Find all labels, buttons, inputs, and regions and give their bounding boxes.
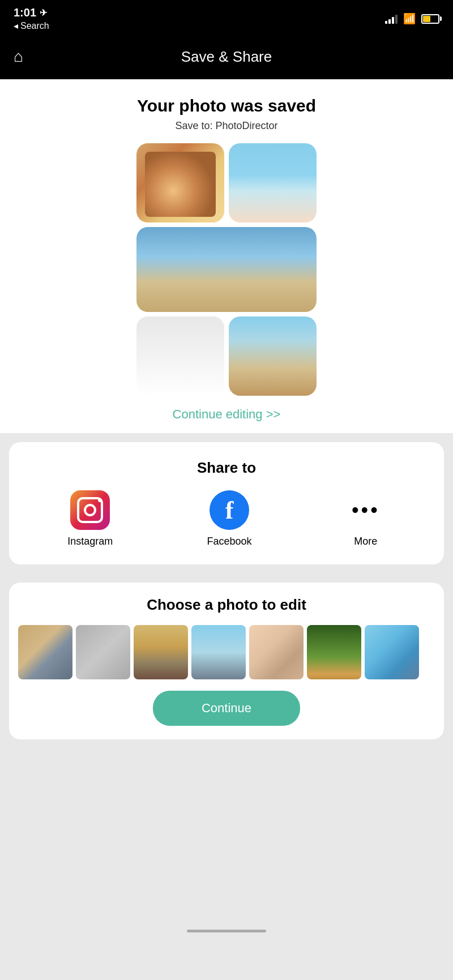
saved-subtitle: Save to: PhotoDirector [11, 120, 442, 132]
share-options: Instagram f Facebook ••• More [20, 490, 433, 547]
home-indicator [0, 918, 453, 944]
share-card: Share to Instagram f Facebook ••• More [9, 442, 444, 564]
home-bar [187, 930, 266, 932]
collage-photo-2 [229, 143, 317, 222]
share-facebook[interactable]: f Facebook [207, 490, 251, 547]
facebook-icon: f [210, 490, 249, 530]
saved-title: Your photo was saved [11, 96, 442, 115]
photo-thumb-1[interactable] [18, 625, 72, 679]
photo-thumb-3[interactable] [134, 625, 188, 679]
photo-thumb-6[interactable] [307, 625, 361, 679]
time-display: 1:01 [14, 6, 36, 19]
collage-row-1 [136, 143, 317, 222]
photo-thumb-4[interactable] [191, 625, 246, 679]
share-title: Share to [20, 459, 433, 477]
instagram-icon [70, 490, 110, 530]
wifi-icon: 📶 [403, 12, 416, 25]
status-bar: 1:01 ✈ ◂ Search 📶 [0, 0, 453, 34]
back-nav[interactable]: ◂ Search [14, 20, 49, 31]
home-button[interactable]: ⌂ [14, 48, 23, 66]
choose-container: Choose a photo to edit Continue [0, 583, 453, 748]
bottom-area [0, 748, 453, 918]
facebook-label: Facebook [207, 536, 251, 547]
location-arrow-icon: ✈ [40, 7, 47, 18]
instagram-dot [98, 498, 102, 502]
more-dots-icon: ••• [346, 490, 386, 530]
collage-row-2 [136, 227, 317, 312]
photo-collage [11, 143, 442, 396]
continue-button[interactable]: Continue [153, 691, 300, 726]
app-header: ⌂ Save & Share [0, 34, 453, 79]
share-instagram[interactable]: Instagram [67, 490, 113, 547]
choose-card: Choose a photo to edit Continue [9, 583, 444, 739]
photo-thumb-7[interactable] [365, 625, 419, 679]
collage-photo-3 [136, 227, 317, 312]
photo-thumb-2[interactable] [76, 625, 130, 679]
collage-row-3 [136, 316, 317, 396]
photo-thumb-5[interactable] [249, 625, 304, 679]
back-label: Search [20, 21, 49, 31]
collage-photo-5 [229, 316, 317, 396]
continue-editing-link[interactable]: Continue editing >> [173, 407, 281, 421]
saved-section: Your photo was saved Save to: PhotoDirec… [0, 79, 453, 433]
instagram-label: Instagram [67, 536, 113, 547]
photo-grid [18, 625, 435, 679]
status-left: 1:01 ✈ ◂ Search [14, 6, 49, 31]
back-chevron-icon: ◂ [14, 20, 18, 31]
signal-icon [385, 14, 398, 24]
more-label: More [354, 536, 377, 547]
status-right: 📶 [385, 12, 439, 25]
choose-title: Choose a photo to edit [18, 596, 435, 614]
page-title: Save & Share [181, 48, 272, 66]
collage-photo-4 [136, 316, 224, 396]
share-more[interactable]: ••• More [346, 490, 386, 547]
status-time: 1:01 ✈ [14, 6, 49, 19]
share-container: Share to Instagram f Facebook ••• More [0, 433, 453, 574]
battery-icon [421, 14, 439, 24]
collage-photo-1 [136, 143, 224, 222]
